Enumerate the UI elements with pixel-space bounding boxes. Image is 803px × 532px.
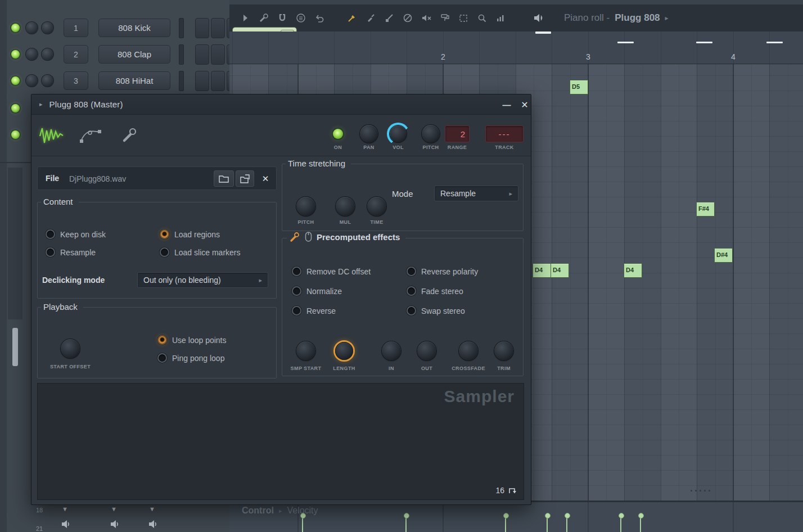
channel-pan-knob[interactable] bbox=[26, 22, 38, 34]
clear-sample-button[interactable]: ✕ bbox=[257, 170, 274, 187]
reverse-checkbox[interactable] bbox=[292, 306, 301, 315]
waveform-display[interactable]: Sampler 16 bbox=[37, 383, 524, 500]
midi-note[interactable]: D4 bbox=[624, 263, 642, 278]
wrench-icon[interactable] bbox=[258, 12, 269, 24]
step-button[interactable] bbox=[211, 18, 225, 38]
resample-radio[interactable] bbox=[46, 247, 55, 257]
velocity-stem[interactable] bbox=[505, 517, 506, 532]
step-button[interactable] bbox=[195, 71, 209, 91]
on-led[interactable] bbox=[333, 129, 343, 139]
channel-number-button[interactable]: 2 bbox=[64, 45, 88, 64]
use-loop-points-label[interactable]: Use loop points bbox=[172, 336, 227, 345]
load-slice-markers-radio[interactable] bbox=[160, 247, 169, 257]
midi-note[interactable]: D#4 bbox=[714, 248, 733, 263]
track-display[interactable]: --- bbox=[485, 125, 524, 142]
minimize-button[interactable]: — bbox=[499, 97, 514, 112]
step-button[interactable] bbox=[195, 44, 209, 65]
marquee-select-icon[interactable] bbox=[458, 12, 469, 24]
start-offset-knob[interactable] bbox=[61, 339, 80, 358]
channel-target-selector[interactable] bbox=[179, 71, 184, 91]
stretch-time-knob[interactable] bbox=[367, 197, 386, 216]
undo-icon[interactable] bbox=[314, 12, 325, 24]
pitch-range-display[interactable]: 2 bbox=[445, 125, 470, 142]
meter-icon[interactable] bbox=[495, 12, 506, 24]
keep-on-disk-label[interactable]: Keep on disk bbox=[60, 230, 106, 239]
play-arrow-icon[interactable] bbox=[240, 12, 251, 24]
reverse-label[interactable]: Reverse bbox=[306, 306, 336, 315]
velocity-stem[interactable] bbox=[547, 517, 548, 532]
fade-stereo-checkbox[interactable] bbox=[407, 286, 416, 296]
stamp-icon[interactable] bbox=[365, 12, 376, 24]
channel-name-button[interactable]: 808 Kick bbox=[98, 19, 170, 37]
trim-knob[interactable] bbox=[494, 341, 513, 360]
channel-pan-knob[interactable] bbox=[26, 75, 38, 87]
stretch-mul-knob[interactable] bbox=[336, 197, 355, 216]
reverse-polarity-label[interactable]: Reverse polarity bbox=[421, 267, 478, 276]
collapse-arrow-icon[interactable]: ▸ bbox=[39, 101, 43, 108]
chevron-right-icon[interactable]: ▸ bbox=[665, 14, 669, 22]
velocity-stem[interactable] bbox=[620, 517, 621, 532]
mute-speaker-icon[interactable] bbox=[421, 12, 432, 24]
step-button[interactable] bbox=[195, 18, 209, 38]
resample-label[interactable]: Resample bbox=[60, 248, 96, 257]
velocity-stem[interactable] bbox=[640, 517, 641, 532]
paint-roller-icon[interactable] bbox=[439, 12, 450, 24]
brush-icon[interactable] bbox=[384, 12, 395, 24]
channel-number-button[interactable]: 3 bbox=[64, 71, 88, 90]
pan-knob[interactable] bbox=[360, 125, 378, 143]
control-label[interactable]: Control bbox=[242, 506, 274, 516]
paint-brush-icon[interactable] bbox=[346, 12, 358, 24]
channel-volume-knob[interactable] bbox=[42, 48, 53, 60]
save-sample-button[interactable] bbox=[236, 170, 254, 187]
slash-circle-icon[interactable] bbox=[402, 12, 413, 24]
tab-sample[interactable] bbox=[39, 120, 65, 150]
reverse-polarity-checkbox[interactable] bbox=[407, 267, 416, 276]
load-slice-markers-label[interactable]: Load slice markers bbox=[174, 248, 241, 257]
open-folder-button[interactable] bbox=[214, 170, 234, 187]
load-regions-radio[interactable] bbox=[160, 229, 169, 239]
swap-stereo-label[interactable]: Swap stereo bbox=[421, 306, 465, 315]
channel-target-selector[interactable] bbox=[179, 44, 184, 65]
remove-dc-offset-label[interactable]: Remove DC offset bbox=[306, 267, 371, 276]
velocity-stem[interactable] bbox=[405, 517, 407, 532]
channel-enable-led[interactable] bbox=[11, 76, 20, 85]
keep-on-disk-radio[interactable] bbox=[46, 229, 55, 239]
declicking-mode-dropdown[interactable]: Out only (no bleeding) ▸ bbox=[137, 272, 268, 288]
menu-circle-icon[interactable] bbox=[295, 12, 306, 24]
piano-roll-title-channel[interactable]: Plugg 808 bbox=[615, 12, 660, 24]
channel-pan-knob[interactable] bbox=[26, 48, 38, 60]
pitch-knob[interactable] bbox=[422, 125, 440, 143]
ping-pong-loop-radio[interactable] bbox=[157, 353, 167, 363]
speaker-icon[interactable] bbox=[148, 520, 159, 530]
use-loop-points-radio[interactable] bbox=[157, 335, 167, 345]
fade-stereo-label[interactable]: Fade stereo bbox=[421, 287, 463, 296]
in-knob[interactable] bbox=[382, 341, 401, 360]
velocity-stem[interactable] bbox=[302, 517, 303, 532]
lane-resize-grip[interactable] bbox=[691, 490, 710, 492]
normalize-label[interactable]: Normalize bbox=[306, 287, 342, 296]
midi-note[interactable]: F#4 bbox=[696, 202, 715, 217]
channel-target-selector[interactable] bbox=[179, 18, 184, 38]
midi-note[interactable]: D4 bbox=[551, 263, 569, 278]
step-button[interactable] bbox=[211, 44, 225, 65]
load-regions-label[interactable]: Load regions bbox=[174, 230, 220, 239]
file-name[interactable]: DjPlugg808.wav bbox=[69, 174, 126, 183]
speaker-icon[interactable] bbox=[110, 520, 121, 530]
step-button[interactable] bbox=[211, 71, 225, 91]
crossfade-knob[interactable] bbox=[459, 341, 478, 360]
magnifier-icon[interactable] bbox=[476, 12, 488, 24]
piano-roll-timeline[interactable]: 2 3 4 bbox=[229, 31, 803, 64]
stretch-mode-dropdown[interactable]: Resample ▸ bbox=[434, 186, 518, 201]
velocity-stem[interactable] bbox=[566, 517, 567, 532]
down-arrow-icon[interactable]: ▼ bbox=[149, 506, 155, 512]
velocity-lane[interactable]: Control ▸ Velocity bbox=[229, 501, 803, 532]
channel-volume-knob[interactable] bbox=[42, 22, 53, 34]
plugin-title-bar[interactable]: ▸ Plugg 808 (Master) — ✕ bbox=[31, 94, 531, 115]
smp-start-knob[interactable] bbox=[296, 341, 315, 360]
rack-scroll-handle[interactable] bbox=[12, 328, 18, 366]
magnet-icon[interactable] bbox=[277, 12, 288, 24]
normalize-checkbox[interactable] bbox=[292, 286, 301, 296]
out-knob[interactable] bbox=[417, 341, 436, 360]
channel-enable-led[interactable] bbox=[11, 130, 20, 139]
volume-knob[interactable] bbox=[390, 125, 407, 142]
